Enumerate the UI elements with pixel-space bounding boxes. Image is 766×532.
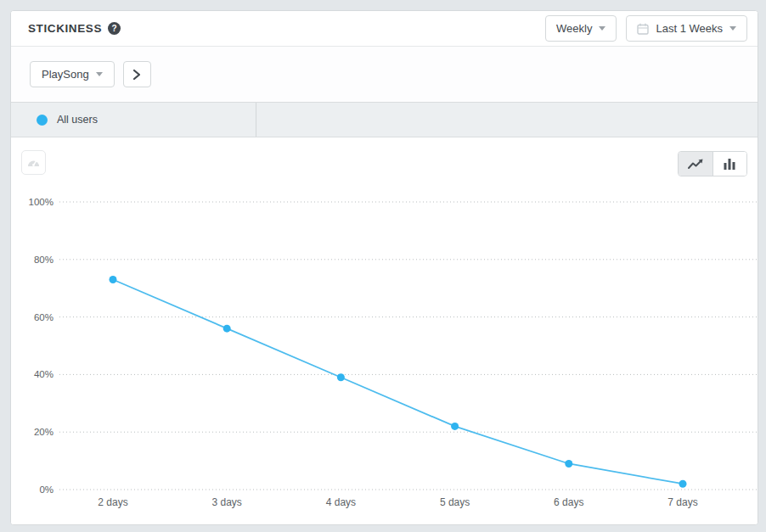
y-tick-label: 20% bbox=[34, 427, 54, 437]
chevron-down-icon bbox=[599, 26, 605, 31]
series-color-dot-icon bbox=[37, 115, 48, 126]
next-step-button[interactable] bbox=[123, 61, 151, 87]
x-tick-label: 3 days bbox=[212, 496, 242, 508]
x-tick-label: 2 days bbox=[98, 496, 127, 508]
legend-label: All users bbox=[57, 114, 98, 126]
data-point[interactable] bbox=[451, 423, 459, 430]
y-tick-label: 100% bbox=[29, 197, 54, 207]
data-point[interactable] bbox=[110, 276, 117, 283]
stickiness-line-chart: 0%20%40%60%80%100%2 days3 days4 days5 da… bbox=[11, 137, 758, 525]
series-line bbox=[113, 280, 683, 484]
granularity-dropdown-label: Weekly bbox=[556, 22, 592, 35]
event-dropdown[interactable]: PlaySong bbox=[30, 61, 115, 87]
data-point[interactable] bbox=[679, 480, 687, 488]
y-tick-label: 0% bbox=[39, 484, 54, 495]
y-tick-label: 40% bbox=[34, 369, 54, 379]
event-dropdown-label: PlaySong bbox=[42, 68, 89, 81]
help-icon[interactable]: ? bbox=[108, 22, 121, 35]
chevron-down-icon bbox=[729, 26, 736, 31]
date-range-dropdown-label: Last 1 Weeks bbox=[656, 22, 723, 35]
granularity-dropdown[interactable]: Weekly bbox=[545, 15, 617, 42]
event-controls-row: PlaySong bbox=[11, 47, 758, 102]
calendar-icon bbox=[637, 23, 649, 35]
data-point[interactable] bbox=[565, 460, 572, 468]
data-point[interactable] bbox=[337, 373, 345, 381]
legend-row: All users bbox=[11, 102, 758, 137]
data-point[interactable] bbox=[223, 325, 231, 333]
date-range-dropdown[interactable]: Last 1 Weeks bbox=[626, 15, 747, 42]
legend-item-all-users[interactable]: All users bbox=[11, 103, 256, 137]
widget-header: STICKINESS ? Weekly Last 1 Weeks bbox=[11, 11, 758, 47]
chevron-right-icon bbox=[132, 69, 141, 81]
x-tick-label: 6 days bbox=[554, 496, 583, 508]
x-tick-label: 4 days bbox=[326, 496, 356, 508]
chevron-down-icon bbox=[96, 72, 103, 76]
chart-section: 0%20%40%60%80%100%2 days3 days4 days5 da… bbox=[11, 137, 758, 524]
legend-row-empty-cell bbox=[256, 103, 758, 137]
y-tick-label: 60% bbox=[34, 312, 54, 322]
x-tick-label: 7 days bbox=[667, 496, 697, 508]
page-title: STICKINESS bbox=[28, 22, 102, 35]
y-tick-label: 80% bbox=[34, 255, 54, 265]
x-tick-label: 5 days bbox=[440, 496, 470, 508]
stickiness-widget: STICKINESS ? Weekly Last 1 Weeks PlaySon… bbox=[10, 10, 758, 525]
